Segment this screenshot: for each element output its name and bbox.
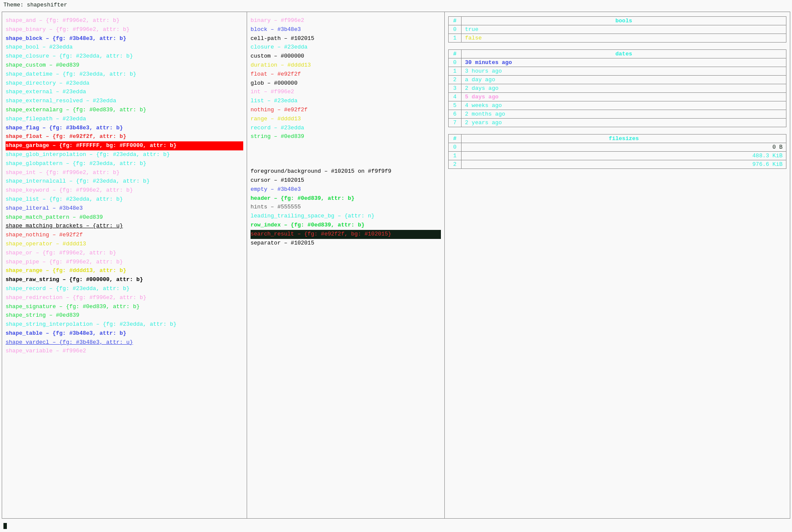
shape-line-item: shape_datetime – {fg: #23edda, attr: b} bbox=[6, 70, 243, 79]
shape-line-item: shape_string_interpolation – {fg: #23edd… bbox=[6, 320, 243, 329]
filesizes-col-title: filesizes bbox=[462, 135, 786, 143]
row-value: 2 months ago bbox=[462, 110, 786, 119]
table-row: 0true bbox=[449, 25, 786, 34]
type-line-item: record – #23edda bbox=[251, 124, 441, 133]
shape-line-item: shape_signature – {fg: #0ed839, attr: b} bbox=[6, 303, 243, 312]
dates-col-title: dates bbox=[462, 50, 786, 58]
dates-table: # dates 030 minutes ago13 hours ago2a da… bbox=[448, 49, 786, 127]
shape-line-item: shape_filepath – #23edda bbox=[6, 115, 243, 124]
type-line-item: closure – #23edda bbox=[251, 43, 441, 52]
shape-line-item: shape_block – {fg: #3b48e3, attr: b} bbox=[6, 34, 243, 43]
filesizes-table: # filesizes 00 B1488.3 KiB2976.6 KiB bbox=[448, 134, 786, 169]
shape-line-item: shape_redirection – {fg: #f996e2, attr: … bbox=[6, 294, 243, 303]
type-line-item: binary – #f996e2 bbox=[251, 16, 441, 25]
shape-line-item: shape_string – #0ed839 bbox=[6, 311, 243, 320]
type-extra-line-item: separator – #102015 bbox=[251, 239, 441, 248]
type-line-item: int – #f996e2 bbox=[251, 88, 441, 97]
shape-line-item: shape_closure – {fg: #23edda, attr: b} bbox=[6, 52, 243, 61]
table-row: 45 days ago bbox=[449, 93, 786, 101]
type-line-item: custom – #000000 bbox=[251, 52, 441, 61]
shape-line-item: shape_float – {fg: #e92f2f, attr: b} bbox=[6, 132, 243, 141]
shape-line-item: shape_keyword – {fg: #f996e2, attr: b} bbox=[6, 186, 243, 195]
row-value: 30 minutes ago bbox=[462, 58, 786, 67]
row-index: 0 bbox=[449, 25, 462, 34]
row-value: true bbox=[462, 25, 786, 34]
table-row: 13 hours ago bbox=[449, 67, 786, 76]
shape-line-item: shape_list – {fg: #23edda, attr: b} bbox=[6, 195, 243, 204]
shape-line-item: shape_matching_brackets – {attr: u} bbox=[6, 222, 243, 231]
shape-line-item: shape_nothing – #e92f2f bbox=[6, 231, 243, 240]
row-index: 5 bbox=[449, 101, 462, 110]
shape-line-item: shape_match_pattern – #0ed839 bbox=[6, 213, 243, 222]
type-line-item: duration – #dddd13 bbox=[251, 61, 441, 70]
shape-line-item: shape_literal – #3b48e3 bbox=[6, 204, 243, 213]
type-extra-line-item: row_index – {fg: #0ed839, attr: b} bbox=[251, 221, 441, 230]
row-index: 6 bbox=[449, 110, 462, 119]
row-index: 2 bbox=[449, 160, 462, 169]
row-value: a day ago bbox=[462, 76, 786, 84]
table-row: 2976.6 KiB bbox=[449, 160, 786, 169]
table-row: 1488.3 KiB bbox=[449, 152, 786, 160]
type-line-item: block – #3b48e3 bbox=[251, 25, 441, 34]
row-index: 0 bbox=[449, 143, 462, 152]
shape-line-item: shape_pipe – {fg: #f996e2, attr: b} bbox=[6, 258, 243, 267]
type-extra-line-item: search_result – {fg: #e92f2f, bg: #10201… bbox=[251, 230, 441, 239]
cursor bbox=[3, 523, 7, 529]
bools-col-title: bools bbox=[462, 17, 786, 25]
table-row: 54 weeks ago bbox=[449, 101, 786, 110]
type-line-item: range – #dddd13 bbox=[251, 115, 441, 124]
type-extra-line-item: foreground/background – #102015 on #f9f9… bbox=[251, 167, 441, 176]
table-row: 00 B bbox=[449, 143, 786, 152]
theme-label: Theme: shapeshifter bbox=[0, 0, 792, 10]
shape-line-item: shape_binary – {fg: #f996e2, attr: b} bbox=[6, 25, 243, 34]
row-index: 1 bbox=[449, 67, 462, 76]
shape-line-item: shape_int – {fg: #f996e2, attr: b} bbox=[6, 168, 243, 177]
row-index: 0 bbox=[449, 58, 462, 67]
bools-table: # bools 0true1false bbox=[448, 16, 786, 43]
row-value: 976.6 KiB bbox=[462, 160, 786, 169]
bools-col-hash: # bbox=[449, 17, 462, 25]
shape-line-item: shape_table – {fg: #3b48e3, attr: b} bbox=[6, 329, 243, 338]
shape-line-item: shape_globpattern – {fg: #23edda, attr: … bbox=[6, 159, 243, 168]
type-extra-line-item: empty – #3b48e3 bbox=[251, 185, 441, 194]
table-row: 72 years ago bbox=[449, 119, 786, 127]
shape-line-item: shape_externalarg – {fg: #0ed839, attr: … bbox=[6, 106, 243, 115]
type-line-item: string – #0ed839 bbox=[251, 132, 441, 141]
row-index: 1 bbox=[449, 152, 462, 160]
shape-line-item: shape_and – {fg: #f996e2, attr: b} bbox=[6, 16, 243, 25]
row-value: 4 weeks ago bbox=[462, 101, 786, 110]
shape-line-item: shape_variable – #f996e2 bbox=[6, 347, 243, 356]
shapes-column: shape_and – {fg: #f996e2, attr: b}shape_… bbox=[2, 12, 247, 518]
shape-line-item: shape_garbage – {fg: #FFFFFF, bg: #FF000… bbox=[6, 141, 243, 150]
shape-line-item: shape_custom – #0ed839 bbox=[6, 61, 243, 70]
shape-line-item: shape_glob_interpolation – {fg: #23edda,… bbox=[6, 150, 243, 159]
type-line-item: list – #23edda bbox=[251, 97, 441, 106]
table-row: 030 minutes ago bbox=[449, 58, 786, 67]
type-extra-line-item: hints – #555555 bbox=[251, 203, 441, 212]
filesizes-col-hash: # bbox=[449, 135, 462, 143]
shape-line-item: shape_directory – #23edda bbox=[6, 79, 243, 88]
row-value: 2 days ago bbox=[462, 84, 786, 93]
row-value: false bbox=[462, 34, 786, 43]
shape-line-item: shape_external – #23edda bbox=[6, 88, 243, 97]
row-value: 5 days ago bbox=[462, 93, 786, 101]
row-value: 488.3 KiB bbox=[462, 152, 786, 160]
type-line-item: cell-path – #102015 bbox=[251, 34, 441, 43]
type-extra-line-item: header – {fg: #0ed839, attr: b} bbox=[251, 194, 441, 203]
row-value: 2 years ago bbox=[462, 119, 786, 127]
shape-line-item: shape_vardecl – {fg: #3b48e3, attr: u} bbox=[6, 338, 243, 347]
shape-line-item: shape_range – {fg: #dddd13, attr: b} bbox=[6, 266, 243, 275]
row-index: 3 bbox=[449, 84, 462, 93]
row-value: 0 B bbox=[462, 143, 786, 152]
type-extra-line-item: leading_trailing_space_bg – {attr: n} bbox=[251, 212, 441, 221]
row-index: 2 bbox=[449, 76, 462, 84]
row-index: 4 bbox=[449, 93, 462, 101]
shape-line-item: shape_flag – {fg: #3b48e3, attr: b} bbox=[6, 124, 243, 133]
type-line-item: float – #e92f2f bbox=[251, 70, 441, 79]
table-row: 62 months ago bbox=[449, 110, 786, 119]
shape-line-item: shape_bool – #23edda bbox=[6, 43, 243, 52]
shape-line-item: shape_external_resolved – #23edda bbox=[6, 97, 243, 106]
main-container: shape_and – {fg: #f996e2, attr: b}shape_… bbox=[2, 12, 790, 519]
tables-column: # bools 0true1false # dates 030 minutes … bbox=[445, 12, 790, 518]
row-index: 7 bbox=[449, 119, 462, 127]
